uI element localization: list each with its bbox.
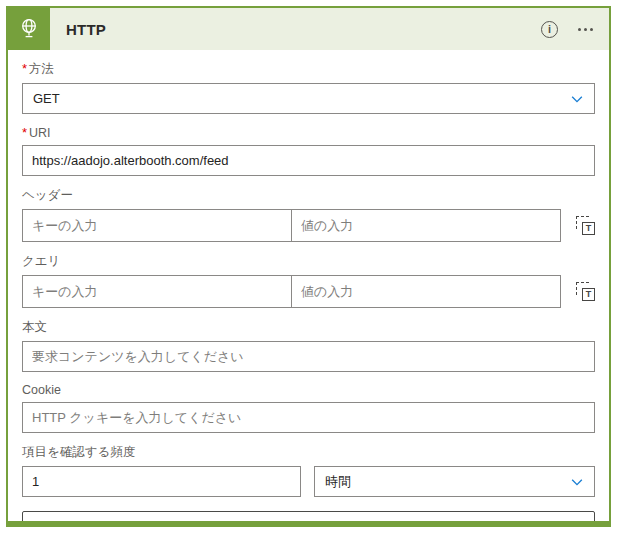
queries-key-input[interactable] <box>23 276 291 307</box>
frequency-label: 項目を確認する頻度 <box>22 444 595 461</box>
card-title: HTTP <box>66 21 106 38</box>
body-input[interactable] <box>22 341 595 372</box>
frequency-unit-value: 時間 <box>325 473 570 491</box>
http-action-card: HTTP i * 方法 GET * URI <box>6 6 611 527</box>
ellipsis-menu-icon[interactable] <box>578 28 593 31</box>
globe-icon <box>8 8 50 50</box>
card-header: HTTP i <box>8 8 609 50</box>
headers-kv-pair <box>22 209 561 242</box>
method-dropdown[interactable]: GET <box>22 83 595 114</box>
headers-label: ヘッダー <box>22 187 595 204</box>
chevron-down-icon <box>570 475 584 489</box>
body-field: 本文 <box>22 319 595 372</box>
frequency-unit-dropdown[interactable]: 時間 <box>314 466 595 497</box>
required-asterisk: * <box>22 125 27 140</box>
add-parameter-wrap: Add new parameter <box>22 511 595 527</box>
chevron-down-icon <box>570 521 584 528</box>
headers-key-input[interactable] <box>23 210 291 241</box>
uri-label: * URI <box>22 125 595 140</box>
queries-label: クエリ <box>22 253 595 270</box>
required-asterisk: * <box>22 61 27 76</box>
method-label: * 方法 <box>22 61 595 78</box>
frequency-interval-input[interactable] <box>22 466 301 497</box>
headers-value-input[interactable] <box>292 210 560 241</box>
chevron-down-icon <box>570 92 584 106</box>
method-field: * 方法 GET <box>22 61 595 114</box>
queries-field: クエリ T <box>22 253 595 308</box>
method-value: GET <box>33 91 570 106</box>
headers-field: ヘッダー T <box>22 187 595 242</box>
cookie-label: Cookie <box>22 383 595 397</box>
card-body: * 方法 GET * URI ヘッダー <box>8 50 609 527</box>
text-mode-icon[interactable]: T <box>576 282 595 301</box>
add-new-parameter-label: Add new parameter <box>33 520 570 527</box>
add-new-parameter-dropdown[interactable]: Add new parameter <box>22 511 595 527</box>
body-label: 本文 <box>22 319 595 336</box>
info-icon[interactable]: i <box>541 21 558 38</box>
cookie-field: Cookie <box>22 383 595 433</box>
uri-field: * URI <box>22 125 595 176</box>
queries-kv-pair <box>22 275 561 308</box>
frequency-field: 項目を確認する頻度 時間 <box>22 444 595 497</box>
text-mode-icon[interactable]: T <box>576 216 595 235</box>
cookie-input[interactable] <box>22 402 595 433</box>
queries-value-input[interactable] <box>292 276 560 307</box>
uri-input[interactable] <box>22 145 595 176</box>
